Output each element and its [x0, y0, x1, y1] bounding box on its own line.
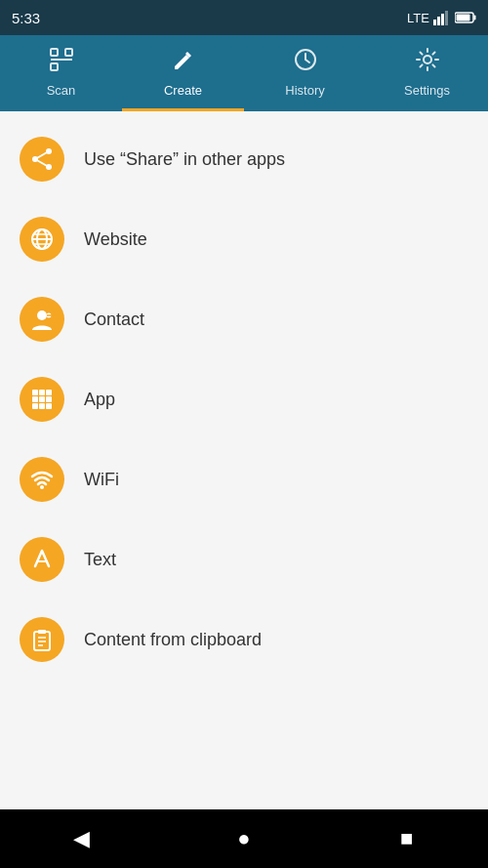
svg-line-16: [35, 151, 49, 159]
list-item-website[interactable]: Website: [0, 199, 488, 279]
wifi-label: WiFi: [84, 470, 119, 490]
svg-rect-26: [32, 390, 38, 395]
content-list: Use “Share” in other apps Website Contac…: [0, 111, 488, 809]
nav-label-create: Create: [164, 83, 202, 98]
svg-rect-33: [39, 403, 45, 409]
app-icon-circle: [20, 377, 64, 422]
wifi-icon-circle: [20, 457, 64, 502]
lte-label: LTE: [407, 11, 429, 25]
svg-rect-38: [38, 630, 46, 634]
website-label: Website: [84, 229, 147, 250]
svg-point-35: [40, 485, 44, 489]
svg-rect-29: [32, 396, 38, 402]
svg-rect-34: [46, 403, 52, 409]
app-label: App: [84, 390, 115, 410]
list-item-clipboard[interactable]: Content from clipboard: [0, 599, 488, 680]
nav-label-history: History: [285, 83, 324, 98]
svg-rect-8: [65, 49, 72, 56]
svg-rect-5: [457, 15, 470, 21]
bottom-nav: ◀ ● ■: [0, 809, 488, 868]
home-icon: ●: [237, 826, 250, 851]
settings-icon: [415, 47, 440, 78]
clipboard-icon-circle: [20, 617, 64, 662]
create-icon: [171, 47, 196, 78]
svg-rect-28: [46, 390, 52, 395]
nav-item-history[interactable]: History: [244, 35, 366, 111]
back-icon: ◀: [73, 826, 90, 851]
svg-point-23: [37, 310, 47, 320]
nav-label-scan: Scan: [47, 83, 76, 98]
website-icon-circle: [20, 217, 64, 262]
history-icon: [293, 47, 318, 78]
status-bar: 5:33 LTE: [0, 0, 488, 35]
battery-icon: [455, 12, 476, 23]
svg-rect-0: [433, 20, 436, 25]
back-button[interactable]: ◀: [61, 819, 101, 858]
nav-label-settings: Settings: [404, 83, 450, 98]
recent-icon: ■: [400, 826, 413, 851]
scan-icon: [49, 47, 74, 78]
recent-button[interactable]: ■: [387, 819, 427, 858]
clipboard-label: Content from clipboard: [84, 630, 262, 650]
nav-item-scan[interactable]: Scan: [0, 35, 122, 111]
svg-rect-31: [46, 396, 52, 402]
signal-icon: [433, 10, 451, 25]
text-label: Text: [84, 550, 116, 570]
svg-point-12: [424, 56, 431, 63]
list-item-share[interactable]: Use “Share” in other apps: [0, 119, 488, 199]
nav-item-settings[interactable]: Settings: [366, 35, 488, 111]
status-icons: LTE: [407, 10, 476, 25]
svg-line-17: [35, 159, 49, 167]
svg-rect-27: [39, 390, 45, 395]
text-icon-circle: [20, 537, 64, 582]
svg-rect-7: [51, 49, 58, 56]
share-label: Use “Share” in other apps: [84, 149, 285, 170]
svg-rect-6: [474, 16, 476, 21]
nav-item-create[interactable]: Create: [122, 35, 244, 111]
nav-bar: Scan Create History Settings: [0, 35, 488, 111]
list-item-contact[interactable]: Contact: [0, 279, 488, 359]
contact-label: Contact: [84, 310, 144, 330]
svg-rect-2: [441, 14, 444, 25]
list-item-wifi[interactable]: WiFi: [0, 439, 488, 519]
svg-rect-3: [445, 11, 448, 25]
svg-rect-9: [51, 63, 58, 70]
home-button[interactable]: ●: [224, 819, 264, 858]
list-item-text[interactable]: Text: [0, 519, 488, 599]
svg-rect-30: [39, 396, 45, 402]
share-icon-circle: [20, 137, 64, 182]
list-item-app[interactable]: App: [0, 359, 488, 439]
svg-rect-1: [437, 17, 440, 25]
status-time: 5:33: [12, 10, 40, 26]
svg-rect-32: [32, 403, 38, 409]
contact-icon-circle: [20, 297, 64, 342]
